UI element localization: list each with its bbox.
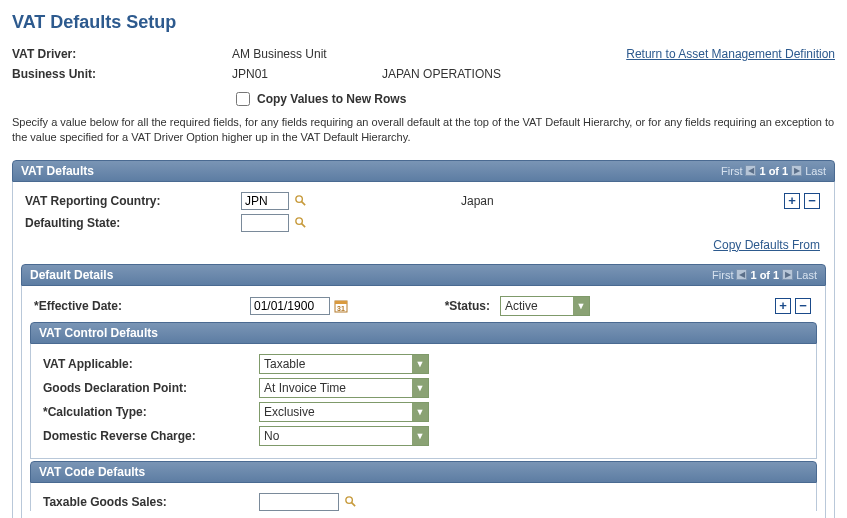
defaulting-state-label: Defaulting State: xyxy=(21,216,241,230)
delete-row-button[interactable]: − xyxy=(804,193,820,209)
svg-point-7 xyxy=(345,497,352,504)
vat-control-body: VAT Applicable: Taxable ▼ Goods Declarat… xyxy=(30,344,817,459)
default-details-nav: First ◀ 1 of 1 ▶ Last xyxy=(712,269,817,281)
dd-nav-next[interactable]: ▶ xyxy=(782,269,793,280)
vat-code-header: VAT Code Defaults xyxy=(30,461,817,483)
defaulting-state-input[interactable] xyxy=(241,214,289,232)
nav-first-label[interactable]: First xyxy=(721,165,742,177)
defaulting-state-lookup-icon[interactable] xyxy=(293,216,307,230)
business-unit-desc: JAPAN OPERATIONS xyxy=(382,67,835,81)
vat-defaults-body: VAT Reporting Country: Japan + − Default… xyxy=(12,182,835,518)
svg-point-2 xyxy=(295,218,302,225)
svg-text:31: 31 xyxy=(337,305,345,312)
reporting-country-name: Japan xyxy=(461,194,494,208)
copy-values-row: Copy Values to New Rows xyxy=(232,89,835,109)
vat-control-title: VAT Control Defaults xyxy=(39,326,158,340)
add-row-button[interactable]: + xyxy=(784,193,800,209)
chevron-down-icon: ▼ xyxy=(412,403,428,421)
vat-defaults-header: VAT Defaults First ◀ 1 of 1 ▶ Last xyxy=(12,160,835,182)
dd-nav-last[interactable]: Last xyxy=(796,269,817,281)
business-unit-value: JPN01 xyxy=(232,67,382,81)
calc-type-select[interactable]: Exclusive ▼ xyxy=(259,402,429,422)
chevron-down-icon: ▼ xyxy=(412,427,428,445)
vat-applicable-value: Taxable xyxy=(264,357,305,371)
nav-next-button[interactable]: ▶ xyxy=(791,165,802,176)
reporting-country-label: VAT Reporting Country: xyxy=(21,194,241,208)
nav-last-label[interactable]: Last xyxy=(805,165,826,177)
copy-defaults-link[interactable]: Copy Defaults From xyxy=(713,238,820,252)
page-title: VAT Defaults Setup xyxy=(12,12,835,33)
vat-driver-label: VAT Driver: xyxy=(12,47,232,61)
dd-delete-row-button[interactable]: − xyxy=(795,298,811,314)
vat-applicable-label: VAT Applicable: xyxy=(39,357,259,371)
return-link[interactable]: Return to Asset Management Definition xyxy=(626,47,835,61)
reporting-country-lookup-icon[interactable] xyxy=(293,194,307,208)
svg-point-0 xyxy=(295,196,302,203)
domestic-rev-select[interactable]: No ▼ xyxy=(259,426,429,446)
taxable-goods-lookup-icon[interactable] xyxy=(343,495,357,509)
dd-nav-first[interactable]: First xyxy=(712,269,733,281)
nav-counter: 1 of 1 xyxy=(759,165,788,177)
taxable-goods-input[interactable] xyxy=(259,493,339,511)
svg-line-3 xyxy=(301,224,305,228)
goods-decl-select[interactable]: At Invoice Time ▼ xyxy=(259,378,429,398)
vat-applicable-select[interactable]: Taxable ▼ xyxy=(259,354,429,374)
dd-add-row-button[interactable]: + xyxy=(775,298,791,314)
chevron-down-icon: ▼ xyxy=(573,297,589,315)
vat-driver-value: AM Business Unit xyxy=(232,47,382,61)
vat-driver-row: VAT Driver: AM Business Unit Return to A… xyxy=(12,47,835,61)
dd-nav-counter: 1 of 1 xyxy=(750,269,779,281)
calc-type-value: Exclusive xyxy=(264,405,315,419)
page-description: Specify a value below for all the requir… xyxy=(12,115,835,146)
goods-decl-label: Goods Declaration Point: xyxy=(39,381,259,395)
default-details-body: *Effective Date: 31 *Status: Active ▼ + … xyxy=(21,286,826,518)
reporting-country-input[interactable] xyxy=(241,192,289,210)
effective-date-input[interactable] xyxy=(250,297,330,315)
status-select[interactable]: Active ▼ xyxy=(500,296,590,316)
vat-defaults-title: VAT Defaults xyxy=(21,164,94,178)
business-unit-row: Business Unit: JPN01 JAPAN OPERATIONS xyxy=(12,67,835,81)
default-details-header: Default Details First ◀ 1 of 1 ▶ Last xyxy=(21,264,826,286)
goods-decl-value: At Invoice Time xyxy=(264,381,346,395)
svg-line-1 xyxy=(301,202,305,206)
status-value: Active xyxy=(505,299,538,313)
nav-prev-button[interactable]: ◀ xyxy=(745,165,756,176)
taxable-goods-label: Taxable Goods Sales: xyxy=(39,495,259,509)
vat-control-header: VAT Control Defaults xyxy=(30,322,817,344)
business-unit-label: Business Unit: xyxy=(12,67,232,81)
calendar-icon[interactable]: 31 xyxy=(334,299,348,313)
calc-type-label: *Calculation Type: xyxy=(39,405,259,419)
vat-defaults-nav: First ◀ 1 of 1 ▶ Last xyxy=(721,165,826,177)
svg-line-8 xyxy=(351,503,355,507)
vat-code-body: Taxable Goods Sales: xyxy=(30,483,817,511)
svg-rect-5 xyxy=(335,301,347,304)
effective-date-label: *Effective Date: xyxy=(30,299,250,313)
domestic-rev-label: Domestic Reverse Charge: xyxy=(39,429,259,443)
chevron-down-icon: ▼ xyxy=(412,379,428,397)
copy-values-label: Copy Values to New Rows xyxy=(257,92,406,106)
domestic-rev-value: No xyxy=(264,429,279,443)
status-label: *Status: xyxy=(430,299,500,313)
copy-values-checkbox[interactable] xyxy=(236,92,250,106)
chevron-down-icon: ▼ xyxy=(412,355,428,373)
vat-code-title: VAT Code Defaults xyxy=(39,465,145,479)
default-details-title: Default Details xyxy=(30,268,113,282)
dd-nav-prev[interactable]: ◀ xyxy=(736,269,747,280)
